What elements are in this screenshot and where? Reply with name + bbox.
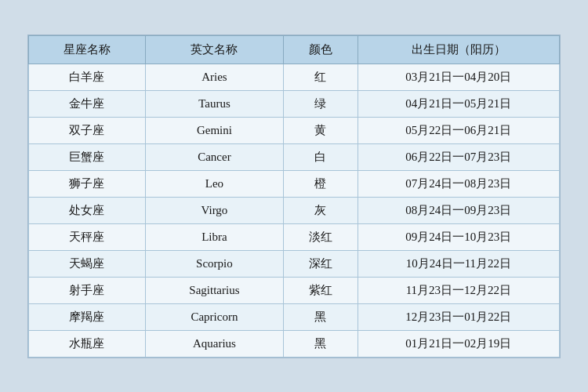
cell-date: 10月24日一11月22日 [358, 250, 559, 277]
cell-date: 06月22日一07月23日 [358, 143, 559, 170]
table-header-row: 星座名称 英文名称 颜色 出生日期（阳历） [29, 35, 560, 64]
cell-english: Cancer [145, 143, 283, 170]
cell-color: 绿 [283, 90, 358, 117]
cell-date: 01月21日一02月19日 [358, 330, 559, 357]
cell-english: Capricorn [145, 303, 283, 330]
cell-date: 09月24日一10月23日 [358, 223, 559, 250]
cell-chinese: 水瓶座 [29, 330, 146, 357]
cell-english: Aries [145, 64, 283, 90]
cell-date: 05月22日一06月21日 [358, 117, 559, 143]
cell-english: Aquarius [145, 330, 283, 357]
table-row: 射手座Sagittarius紫红11月23日一12月22日 [29, 277, 560, 303]
cell-color: 黑 [283, 330, 358, 357]
cell-color: 橙 [283, 170, 358, 197]
cell-color: 深红 [283, 250, 358, 277]
table-row: 双子座Gemini黄05月22日一06月21日 [29, 117, 560, 143]
cell-chinese: 金牛座 [29, 90, 146, 117]
cell-chinese: 巨蟹座 [29, 143, 146, 170]
chinese-name-header: 星座名称 [29, 35, 146, 64]
date-header: 出生日期（阳历） [358, 35, 559, 64]
table-body: 白羊座Aries红03月21日一04月20日金牛座Taurus绿04月21日一0… [29, 64, 560, 357]
table-row: 金牛座Taurus绿04月21日一05月21日 [29, 90, 560, 117]
table-row: 天蝎座Scorpio深红10月24日一11月22日 [29, 250, 560, 277]
cell-chinese: 白羊座 [29, 64, 146, 90]
cell-chinese: 处女座 [29, 197, 146, 223]
zodiac-table: 星座名称 英文名称 颜色 出生日期（阳历） 白羊座Aries红03月21日一04… [28, 35, 560, 358]
cell-chinese: 天蝎座 [29, 250, 146, 277]
cell-english: Gemini [145, 117, 283, 143]
english-name-header: 英文名称 [145, 35, 283, 64]
table-row: 水瓶座Aquarius黑01月21日一02月19日 [29, 330, 560, 357]
cell-date: 12月23日一01月22日 [358, 303, 559, 330]
cell-chinese: 射手座 [29, 277, 146, 303]
table-row: 处女座Virgo灰08月24日一09月23日 [29, 197, 560, 223]
cell-date: 04月21日一05月21日 [358, 90, 559, 117]
cell-english: Sagittarius [145, 277, 283, 303]
table-row: 天秤座Libra淡红09月24日一10月23日 [29, 223, 560, 250]
cell-chinese: 双子座 [29, 117, 146, 143]
color-header: 颜色 [283, 35, 358, 64]
table-row: 白羊座Aries红03月21日一04月20日 [29, 64, 560, 90]
cell-english: Leo [145, 170, 283, 197]
cell-chinese: 摩羯座 [29, 303, 146, 330]
table-row: 摩羯座Capricorn黑12月23日一01月22日 [29, 303, 560, 330]
table-row: 狮子座Leo橙07月24日一08月23日 [29, 170, 560, 197]
cell-color: 紫红 [283, 277, 358, 303]
cell-english: Virgo [145, 197, 283, 223]
cell-color: 白 [283, 143, 358, 170]
cell-date: 03月21日一04月20日 [358, 64, 559, 90]
zodiac-table-container: 星座名称 英文名称 颜色 出生日期（阳历） 白羊座Aries红03月21日一04… [27, 34, 561, 358]
cell-chinese: 狮子座 [29, 170, 146, 197]
cell-color: 黑 [283, 303, 358, 330]
cell-color: 红 [283, 64, 358, 90]
cell-color: 灰 [283, 197, 358, 223]
cell-date: 08月24日一09月23日 [358, 197, 559, 223]
cell-english: Taurus [145, 90, 283, 117]
cell-english: Scorpio [145, 250, 283, 277]
cell-chinese: 天秤座 [29, 223, 146, 250]
cell-color: 淡红 [283, 223, 358, 250]
table-row: 巨蟹座Cancer白06月22日一07月23日 [29, 143, 560, 170]
cell-date: 07月24日一08月23日 [358, 170, 559, 197]
cell-date: 11月23日一12月22日 [358, 277, 559, 303]
cell-color: 黄 [283, 117, 358, 143]
cell-english: Libra [145, 223, 283, 250]
